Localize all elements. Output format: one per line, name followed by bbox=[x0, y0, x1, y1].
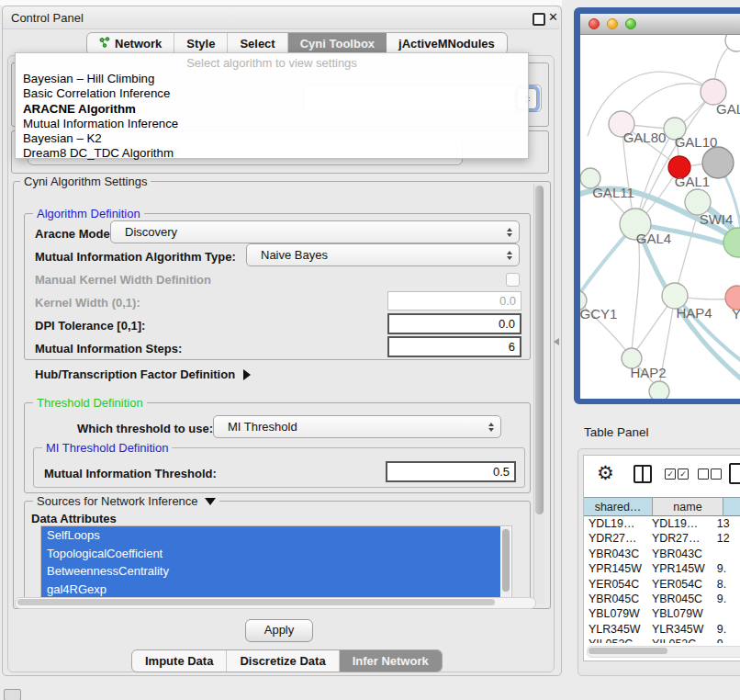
table-cell: 9. bbox=[712, 592, 740, 606]
algorithm-dropdown-popup: Select algorithm to view settings Bayesi… bbox=[15, 52, 529, 159]
table-cell: YDL19… bbox=[584, 516, 647, 531]
tab-discretize-data[interactable]: Discretize Data bbox=[227, 650, 339, 672]
minimize-traffic-light-icon[interactable] bbox=[607, 18, 618, 29]
tab-infer-network[interactable]: Infer Network bbox=[340, 650, 442, 672]
list-item[interactable]: TopologicalCoefficient bbox=[41, 545, 500, 563]
table-row[interactable]: YBL079WYBL079W bbox=[584, 606, 740, 621]
bottom-tabstrip: Impute Data Discretize Data Infer Networ… bbox=[131, 649, 443, 672]
table-header: shared… name A bbox=[584, 497, 740, 516]
table-cell: YLR345W bbox=[647, 622, 712, 637]
list-item[interactable]: gal4RGexp bbox=[41, 581, 500, 599]
mi-threshold-label: Mutual Information Threshold: bbox=[44, 467, 217, 480]
columns-icon[interactable] bbox=[633, 465, 652, 483]
table-cell: YPR145W bbox=[647, 561, 712, 576]
popup-item[interactable]: Dream8 DC_TDC Algorithm bbox=[16, 146, 528, 161]
checkbox-checked-icon[interactable]: ✓ bbox=[665, 469, 676, 480]
scrollbar-thumb[interactable] bbox=[535, 186, 544, 514]
table-row[interactable]: YER054CYER054C8. bbox=[584, 577, 740, 592]
control-panel-title: Control Panel bbox=[11, 11, 84, 25]
kernel-width-field[interactable]: 0.0 bbox=[387, 291, 521, 310]
checkbox-unchecked-icon[interactable] bbox=[698, 469, 709, 480]
scrollbar-thumb[interactable] bbox=[17, 599, 495, 605]
close-icon[interactable]: ✕ bbox=[548, 10, 558, 24]
threshold-definition-title: Threshold Definition bbox=[33, 396, 147, 410]
tab-impute-data[interactable]: Impute Data bbox=[132, 650, 227, 672]
table-rows: YDL19…YDL19…13YDR27…YDR27…12YBR043CYBR04… bbox=[584, 516, 740, 643]
dpi-tolerance-field[interactable]: 0.0 bbox=[387, 313, 521, 334]
list-vertical-scrollbar[interactable] bbox=[501, 527, 510, 597]
zoom-traffic-light-icon[interactable] bbox=[625, 18, 636, 29]
scrollbar-thumb[interactable] bbox=[589, 648, 667, 654]
mi-steps-label: Mutual Information Steps: bbox=[35, 342, 182, 356]
mi-algorithm-type-label: Mutual Information Algorithm Type: bbox=[35, 250, 236, 264]
popup-item[interactable]: Mutual Information Inference bbox=[16, 117, 528, 131]
apply-button[interactable]: Apply bbox=[245, 619, 313, 642]
checkbox-unchecked-icon[interactable] bbox=[711, 469, 722, 480]
aracne-mode-value: Discovery bbox=[125, 221, 177, 243]
network-window-titlebar[interactable] bbox=[580, 14, 740, 35]
list-item[interactable]: BetweennessCentrality bbox=[41, 562, 500, 581]
network-node-label: GAL80 bbox=[623, 130, 667, 145]
tab-cyni-toolbox[interactable]: Cyni Toolbox bbox=[288, 33, 387, 54]
cyni-algorithm-settings-title: Cyni Algorithm Settings bbox=[20, 175, 151, 188]
panel-divider-handle[interactable] bbox=[554, 338, 559, 345]
tab-jactivemnodules[interactable]: jActiveMNodules bbox=[387, 33, 507, 54]
network-node-label: GAL10 bbox=[675, 134, 718, 150]
table-cell: 9. bbox=[712, 622, 740, 637]
table-row[interactable]: YDR27…YDR27…12 bbox=[584, 531, 740, 546]
tab-network[interactable]: Network bbox=[87, 33, 174, 54]
gear-icon[interactable]: ⚙ bbox=[597, 462, 614, 484]
collapse-arrow-icon bbox=[205, 498, 216, 505]
mi-threshold-field[interactable]: 0.5 bbox=[386, 461, 516, 482]
popup-item[interactable]: Basic Correlation Inference bbox=[16, 86, 528, 101]
column-header[interactable]: name bbox=[653, 497, 723, 516]
scrollbar-thumb[interactable] bbox=[502, 529, 510, 592]
aracne-mode-combobox[interactable]: Discovery bbox=[110, 220, 520, 243]
table-cell: YDR27… bbox=[584, 531, 647, 546]
table-row[interactable]: YBR045CYBR045C9. bbox=[584, 592, 740, 606]
table-horizontal-scrollbar[interactable] bbox=[587, 646, 740, 658]
manual-kernel-width-checkbox[interactable] bbox=[506, 273, 520, 287]
which-threshold-combobox[interactable]: MI Threshold bbox=[213, 415, 501, 438]
table-cell: YIL052C bbox=[647, 637, 712, 643]
checkbox-checked-icon[interactable]: ✓ bbox=[678, 469, 689, 480]
column-header[interactable]: shared… bbox=[584, 497, 653, 516]
table-cell: YDR27… bbox=[647, 531, 712, 546]
minimized-panel-icon[interactable] bbox=[4, 689, 21, 700]
popup-item[interactable]: Bayesian – K2 bbox=[16, 131, 528, 146]
tab-style[interactable]: Style bbox=[174, 33, 228, 54]
table-cell: YDL19… bbox=[647, 516, 712, 531]
table-cell: 8. bbox=[712, 577, 740, 592]
table-row[interactable]: YBR043CYBR043C bbox=[584, 547, 740, 561]
sources-title-expander[interactable]: Sources for Network Inference bbox=[33, 494, 219, 508]
column-header[interactable]: A bbox=[723, 497, 740, 516]
network-node-label: HAP4 bbox=[676, 305, 712, 321]
popup-placeholder: Select algorithm to view settings bbox=[16, 56, 528, 72]
list-item[interactable]: SelfLoops bbox=[41, 526, 500, 545]
tab-select[interactable]: Select bbox=[228, 33, 287, 54]
mi-threshold-group-title: MI Threshold Definition bbox=[42, 441, 172, 455]
aracne-mode-label: Aracne Mode: bbox=[35, 227, 114, 241]
mi-steps-field[interactable]: 6 bbox=[387, 336, 521, 357]
settings-vertical-scrollbar[interactable] bbox=[533, 184, 545, 604]
table-row[interactable]: YIL052CYIL052C9 bbox=[584, 637, 740, 643]
table-panel-title: Table Panel bbox=[584, 425, 649, 439]
tab-style-label: Style bbox=[186, 33, 215, 54]
network-canvas[interactable]: GALGAL80GAL10GAL1GAL11SWI4GAL4GCY1HAP4YH… bbox=[580, 35, 740, 399]
table-row[interactable]: YPR145WYPR145W9. bbox=[584, 561, 740, 576]
table-row[interactable]: YLR345WYLR345W9. bbox=[584, 622, 740, 637]
mi-algorithm-type-combobox[interactable]: Naive Bayes bbox=[246, 243, 520, 266]
table-row[interactable]: YDL19…YDL19…13 bbox=[584, 516, 740, 531]
popup-item[interactable]: Bayesian – Hill Climbing bbox=[16, 72, 528, 86]
popup-item-selected[interactable]: ARACNE Algorithm bbox=[16, 102, 528, 117]
close-traffic-light-icon[interactable] bbox=[589, 18, 600, 29]
settings-horizontal-scrollbar[interactable] bbox=[15, 597, 536, 609]
float-window-icon[interactable] bbox=[533, 13, 545, 26]
new-table-icon[interactable] bbox=[729, 463, 740, 484]
network-node-label: GAL1 bbox=[675, 174, 710, 189]
network-node-label: HAP2 bbox=[630, 365, 666, 380]
hub-definition-expander[interactable]: Hub/Transcription Factor Definition bbox=[35, 367, 251, 381]
network-node-node-bottom[interactable] bbox=[649, 381, 669, 399]
combo-stepper-icon bbox=[507, 221, 512, 243]
network-node-label: GAL4 bbox=[636, 231, 671, 246]
